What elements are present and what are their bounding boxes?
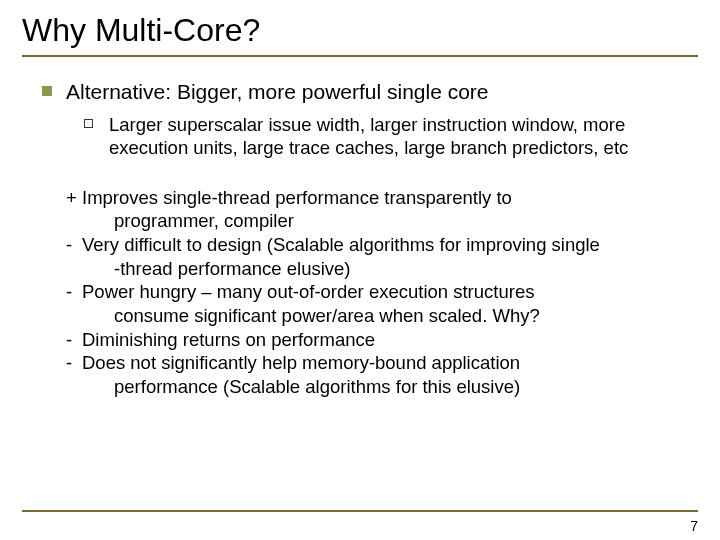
point-2-line1: Very difficult to design (Scalable algor… [82,233,698,257]
slide: Why Multi-Core? Alternative: Bigger, mor… [0,0,720,540]
level1-text: Alternative: Bigger, more powerful singl… [66,79,489,105]
point-1-line2: programmer, compiler [66,209,698,233]
plus-sign: + [66,186,82,210]
points-block: + Improves single-thread performance tra… [22,186,698,399]
point-5-line1: Does not significantly help memory-bound… [82,351,698,375]
minus-sign: - [66,328,82,352]
level2-text: Larger superscalar issue width, larger i… [109,113,698,159]
page-number: 7 [690,518,698,534]
point-5: - Does not significantly help memory-bou… [66,351,698,375]
minus-sign: - [66,280,82,304]
title-divider [22,55,698,57]
page-title: Why Multi-Core? [22,12,698,49]
point-2-line2: -thread performance elusive) [66,257,698,281]
point-3: - Power hungry – many out-of-order execu… [66,280,698,304]
point-5-line2: performance (Scalable algorithms for thi… [66,375,698,399]
square-bullet-icon [42,86,52,96]
point-1-line1: Improves single-thread performance trans… [82,186,698,210]
bullet-level1: Alternative: Bigger, more powerful singl… [22,79,698,105]
footer-divider [22,510,698,512]
bullet-level2: Larger superscalar issue width, larger i… [22,113,698,159]
point-3-line2: consume significant power/area when scal… [66,304,698,328]
point-1: + Improves single-thread performance tra… [66,186,698,210]
point-4: - Diminishing returns on performance [66,328,698,352]
point-2: - Very difficult to design (Scalable alg… [66,233,698,257]
point-3-line1: Power hungry – many out-of-order executi… [82,280,698,304]
square-outline-bullet-icon [84,119,93,128]
minus-sign: - [66,351,82,375]
minus-sign: - [66,233,82,257]
point-4-line1: Diminishing returns on performance [82,328,698,352]
